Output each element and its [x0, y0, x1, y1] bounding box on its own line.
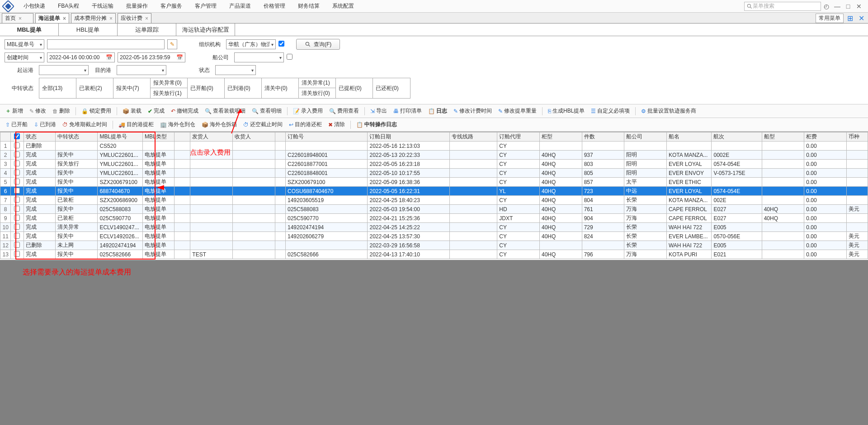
row-checkbox[interactable] [14, 188, 20, 194]
depart-select[interactable]: ▾ [39, 65, 89, 75]
tb-完成[interactable]: ✔完成 [145, 106, 167, 116]
doctab-close-icon[interactable]: × [109, 15, 113, 22]
col-船型[interactable]: 船型 [762, 132, 804, 142]
col-币种[interactable]: 币种 [847, 132, 868, 142]
col-状态[interactable]: 状态 [24, 132, 55, 142]
date-from-input[interactable]: 2022-04-16 00:00:00📅 [47, 52, 115, 62]
transit-return[interactable]: 已还柜(0) [373, 78, 410, 98]
tb-生成HBL提单[interactable]: ⎘生成HBL提单 [545, 106, 587, 116]
grid-view-icon[interactable]: ⊞ [845, 14, 855, 23]
table-row[interactable]: 3完成报关放行YMLUC22601...电放提单C226018877001202… [0, 160, 868, 169]
transit-loaded[interactable]: 已装柜(2) [76, 78, 113, 98]
col-柜型[interactable]: 柜型 [539, 132, 582, 142]
col-1[interactable] [11, 132, 24, 142]
col-中转状态[interactable]: 中转状态 [55, 132, 98, 142]
tb-修改提单重量[interactable]: ✎修改提单重量 [495, 106, 539, 116]
mbl-lookup-button[interactable]: ✎ [167, 39, 177, 49]
close-all-icon[interactable]: ✕ [857, 14, 866, 23]
frequent-menu-button[interactable]: 常用菜单 [816, 14, 844, 23]
transit-all[interactable]: 全部(13) [39, 78, 76, 98]
doctab-首页[interactable]: 首页× [2, 13, 33, 23]
col-MBL提单号[interactable]: MBL提单号 [98, 132, 143, 142]
tb-修改计费时间[interactable]: ✎修改计费时间 [451, 106, 495, 116]
tb-查看明细[interactable]: 🔍查看明细 [249, 106, 284, 116]
menu-FBA头程[interactable]: FBA头程 [52, 0, 85, 12]
tb-锁定费用[interactable]: 🔒锁定费用 [79, 106, 114, 116]
menu-search-input[interactable]: 菜单搜索 [744, 2, 821, 11]
col-专线线路[interactable]: 专线线路 [449, 132, 497, 142]
transit-clearance-abnormal[interactable]: 清关异常(1) [299, 78, 335, 88]
doctab-close-icon[interactable]: × [63, 15, 66, 22]
tb-清除[interactable]: ✖清除 [326, 120, 348, 129]
table-row[interactable]: 1已删除CS5202022-05-16 12:13:03CY0.00 [0, 142, 868, 151]
row-checkbox[interactable] [14, 233, 20, 239]
menu-产品渠道[interactable]: 产品渠道 [223, 0, 257, 12]
menu-干线运输[interactable]: 干线运输 [85, 0, 120, 12]
table-row[interactable]: 13完成报关中025C582666电放提单TEST025C5826662022-… [0, 250, 868, 259]
col-订舱号[interactable]: 订舱号 [286, 132, 368, 142]
col-MBL类型[interactable]: MBL类型 [142, 132, 174, 142]
row-checkbox[interactable] [14, 215, 20, 221]
menu-客户管理[interactable]: 客户管理 [189, 0, 223, 12]
bigtab-MBL提单[interactable]: MBL提单 [0, 24, 59, 36]
doctab-close-icon[interactable]: × [19, 15, 22, 22]
org-select[interactable]: 华航（广东）物流科▾ [226, 39, 276, 49]
transit-customs-abnormal[interactable]: 报关异常(0) [151, 78, 187, 88]
select-all-checkbox[interactable] [14, 133, 20, 139]
table-row[interactable]: 12已删除未上网149202474194电放提单2022-03-29 16:56… [0, 241, 868, 250]
tb-海外仓拆箱[interactable]: 📦海外仓拆箱 [199, 120, 240, 129]
transit-arrived[interactable]: 已到港(0) [225, 78, 261, 98]
tb-已到港[interactable]: ⇩已到港 [31, 120, 59, 129]
table-row[interactable]: 8完成报关中025C588083电放提单025C5880832022-05-03… [0, 205, 868, 214]
menu-小包快递[interactable]: 小包快递 [17, 0, 52, 12]
row-checkbox[interactable] [14, 170, 20, 175]
tb-删除[interactable]: 🗑删除 [50, 106, 73, 116]
table-row[interactable]: 11完成报关中ECLV1492026...电放提单149202606279202… [0, 232, 868, 241]
tb-打印清单[interactable]: 🖶打印清单 [391, 106, 425, 116]
table-row[interactable]: 4完成报关中YMLUC22601...电放提单C2260188480012022… [0, 169, 868, 178]
tb-批量设置轨迹服务商[interactable]: ⚙批量设置轨迹服务商 [638, 106, 699, 116]
tb-免堆期截止时间[interactable]: ⏱免堆期截止时间 [60, 120, 110, 129]
row-checkbox[interactable] [14, 142, 20, 148]
row-checkbox[interactable] [14, 251, 20, 257]
tb-录入费用[interactable]: 📝录入费用 [290, 106, 326, 116]
bigtab-海运轨迹内容配置[interactable]: 海运轨迹内容配置 [176, 24, 235, 36]
col-船名[interactable]: 船名 [666, 132, 712, 142]
doctab-应收计费[interactable]: 应收计费× [118, 13, 151, 23]
tb-修改[interactable]: ✎修改 [27, 106, 49, 116]
menu-财务结算[interactable]: 财务结算 [292, 0, 326, 12]
table-row[interactable]: 9完成已装柜025C590770电放提单025C5907702022-04-21… [0, 214, 868, 223]
tb-导出[interactable]: ⇲导出 [368, 106, 390, 116]
table-row[interactable]: 6完成报关中6887404670电放提单COSU68874046702022-0… [0, 187, 868, 196]
tb-中转操作日志[interactable]: 📋中转操作日志 [354, 120, 400, 129]
status-select[interactable]: ▾ [215, 65, 256, 75]
transit-clearance-release[interactable]: 清关放行(0) [299, 88, 335, 98]
col-船公司[interactable]: 船公司 [624, 132, 667, 142]
col-9[interactable] [275, 132, 285, 142]
bigtab-运单跟踪[interactable]: 运单跟踪 [118, 24, 176, 36]
close-icon[interactable]: ✕ [854, 3, 864, 10]
tb-装载[interactable]: 📦装载 [120, 106, 144, 116]
tb-已开船[interactable]: ⇧已开船 [3, 120, 30, 129]
date-to-input[interactable]: 2022-05-16 23:59:59📅 [118, 52, 185, 62]
menu-系统配置[interactable]: 系统配置 [326, 0, 360, 12]
doctab-close-icon[interactable]: × [145, 15, 148, 22]
col-0[interactable] [0, 132, 11, 142]
transit-clearance[interactable]: 清关中(0) [262, 78, 298, 98]
col-发货人[interactable]: 发货人 [190, 132, 233, 142]
row-checkbox[interactable] [14, 206, 20, 212]
tb-费用查看[interactable]: 🔍费用查看 [326, 106, 362, 116]
table-row[interactable]: 5完成报关中SZX200679100电放提单SZX2006791002022-0… [0, 178, 868, 187]
col-航次[interactable]: 航次 [712, 132, 762, 142]
bigtab-HBL提单[interactable]: HBL提单 [59, 24, 118, 36]
table-row[interactable]: 2完成报关中YMLUC22601...电放提单C2260189480012022… [0, 151, 868, 160]
table-row[interactable]: 10完成清关异常ECLV1490247...电放提单14920247419420… [0, 223, 868, 232]
col-柜费[interactable]: 柜费 [804, 132, 847, 142]
minimize-icon[interactable]: — [832, 3, 843, 10]
tb-海外仓到仓[interactable]: 🏢海外仓到仓 [157, 120, 198, 129]
transit-customs[interactable]: 报关中(7) [113, 78, 150, 98]
doctab-成本费用分摊[interactable]: 成本费用分摊× [71, 13, 116, 23]
tb-自定义必填项[interactable]: ☰自定义必填项 [588, 106, 632, 116]
tb-目的港还柜[interactable]: ↩目的港还柜 [286, 120, 325, 129]
tb-新增[interactable]: ＋新增 [3, 106, 26, 116]
